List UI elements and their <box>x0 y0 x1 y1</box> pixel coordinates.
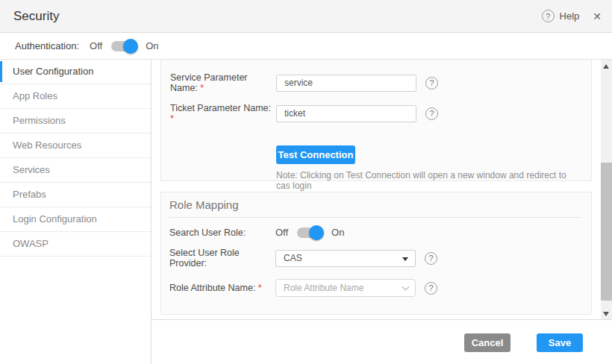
vertical-scrollbar[interactable] <box>601 60 612 319</box>
role-provider-label: Select User Role Provider: <box>169 248 275 269</box>
toggle-knob <box>123 39 138 54</box>
sidebar-item-permissions[interactable]: Permissions <box>0 109 151 134</box>
required-asterisk: * <box>200 83 204 93</box>
help-icon[interactable]: ? <box>425 107 438 120</box>
role-attribute-row: Role Attribute Name: * ? <box>169 279 582 297</box>
sidebar-item-web-resources[interactable]: Web Resources <box>0 134 151 158</box>
close-icon[interactable]: ✕ <box>593 10 602 22</box>
authentication-label: Authentication: <box>15 40 79 51</box>
authentication-off-label: Off <box>90 40 102 51</box>
sidebar-item-app-roles[interactable]: App Roles <box>0 84 151 109</box>
dropdown-arrow-icon <box>402 257 408 261</box>
page-title: Security <box>13 9 59 24</box>
cas-connection-panel: Service Parameter Name: * ? Ticket Param… <box>160 60 592 181</box>
scroll-viewport: Service Parameter Name: * ? Ticket Param… <box>152 60 600 319</box>
sidebar-item-prefabs[interactable]: Prefabs <box>0 183 151 207</box>
help-icon[interactable]: ? <box>425 252 437 265</box>
sidebar-item-user-configuration[interactable]: User Configuration <box>0 60 151 84</box>
service-parameter-row: Service Parameter Name: * ? <box>170 72 582 93</box>
sidebar-item-owasp[interactable]: OWASP <box>0 232 151 257</box>
settings-sidebar: User Configuration App Roles Permissions… <box>0 60 152 364</box>
ticket-parameter-input[interactable] <box>276 105 416 122</box>
role-provider-select[interactable]: CAS <box>275 250 416 267</box>
required-asterisk: * <box>170 113 174 124</box>
ticket-parameter-row: Ticket Parameter Name: * ? <box>170 103 582 124</box>
sidebar-item-services[interactable]: Services <box>0 158 151 183</box>
service-parameter-input[interactable] <box>276 75 416 92</box>
ticket-parameter-label: Ticket Parameter Name: * <box>170 103 276 124</box>
section-divider <box>169 217 581 218</box>
header-actions: ? Help ✕ <box>542 10 602 22</box>
dialog-footer: Cancel Save <box>152 319 612 364</box>
help-icon[interactable]: ? <box>425 282 437 295</box>
help-icon[interactable]: ? <box>425 77 438 90</box>
dialog-header: Security ? Help ✕ <box>0 0 612 33</box>
role-attribute-input[interactable] <box>275 279 416 297</box>
role-mapping-title: Role Mapping <box>169 198 582 211</box>
scroll-up-icon[interactable] <box>603 64 609 69</box>
test-connection-note: Note: Clicking on Test Connection will o… <box>276 170 582 191</box>
cancel-button[interactable]: Cancel <box>464 333 510 352</box>
search-user-role-row: Search User Role: Off On <box>169 227 582 238</box>
required-asterisk: * <box>258 283 262 293</box>
role-provider-selected-value: CAS <box>284 253 302 263</box>
help-icon[interactable]: ? <box>542 10 555 22</box>
search-user-role-label: Search User Role: <box>169 228 275 238</box>
test-connection-button[interactable]: Test Connection <box>276 145 355 164</box>
sidebar-item-login-configuration[interactable]: Login Configuration <box>0 207 151 232</box>
save-button[interactable]: Save <box>537 333 583 352</box>
authentication-bar: Authentication: Off On <box>0 33 612 60</box>
toggle-knob <box>309 225 324 240</box>
role-mapping-panel: Role Mapping Search User Role: Off On Se… <box>160 192 592 315</box>
scrollbar-thumb[interactable] <box>601 163 612 301</box>
search-user-role-toggle[interactable] <box>297 228 322 238</box>
service-parameter-label: Service Parameter Name: * <box>170 72 276 93</box>
role-provider-row: Select User Role Provider: CAS ? <box>169 248 582 269</box>
search-user-role-off-label: Off <box>275 227 288 238</box>
search-user-role-on-label: On <box>331 227 344 238</box>
help-link[interactable]: Help <box>560 10 580 22</box>
authentication-on-label: On <box>146 40 158 51</box>
main-content: Service Parameter Name: * ? Ticket Param… <box>152 60 612 364</box>
scroll-down-icon[interactable] <box>603 312 609 316</box>
role-attribute-label: Role Attribute Name: * <box>169 283 275 293</box>
security-dialog: Security ? Help ✕ Authentication: Off On… <box>0 0 612 364</box>
authentication-toggle[interactable] <box>111 41 137 51</box>
role-attribute-combobox[interactable] <box>275 279 416 297</box>
